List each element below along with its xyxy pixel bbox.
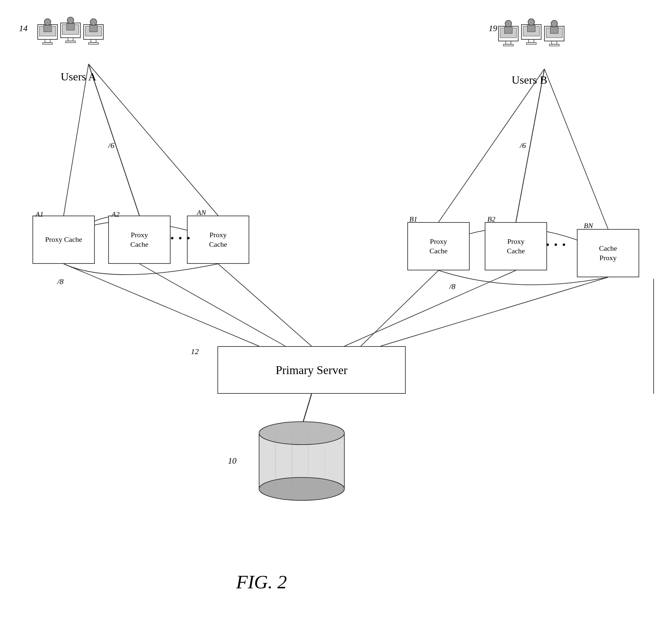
svg-rect-27 — [526, 43, 536, 44]
svg-rect-26 — [529, 39, 534, 43]
ref-A1: A1 — [35, 210, 43, 218]
svg-point-4 — [44, 19, 51, 25]
fig-caption: FIG. 2 — [236, 571, 287, 593]
proxy-box-B2-label: ProxyCache — [507, 237, 525, 256]
proxy-box-A1-label: Proxy Cache — [45, 235, 82, 244]
svg-line-47 — [380, 277, 608, 346]
users-a-computers — [38, 17, 103, 44]
svg-rect-33 — [549, 44, 559, 46]
users-b-computers — [499, 19, 564, 46]
proxy-box-BN: CacheProxy — [577, 229, 639, 277]
svg-point-34 — [551, 20, 557, 27]
svg-rect-32 — [552, 41, 557, 44]
svg-rect-21 — [503, 44, 513, 46]
users-b-label: Users B — [512, 74, 547, 86]
svg-line-41 — [545, 69, 608, 229]
svg-rect-29 — [527, 25, 535, 32]
ref-BN: BN — [584, 221, 593, 230]
users-a-label: Users A — [61, 71, 96, 83]
proxy-box-B2: ProxyCache — [485, 222, 547, 271]
svg-point-22 — [505, 20, 512, 27]
proxy-box-AN-label: ProxyCache — [209, 230, 227, 249]
svg-rect-14 — [91, 39, 96, 43]
svg-rect-17 — [90, 25, 97, 32]
dots-right: • • • — [546, 239, 567, 250]
proxy-box-A2-label: ProxyCache — [130, 230, 149, 249]
ref-12: 12 — [191, 347, 199, 356]
svg-rect-8 — [68, 38, 73, 41]
svg-rect-35 — [550, 27, 558, 33]
svg-rect-5 — [44, 25, 51, 32]
users-a-text: Users A — [61, 71, 96, 83]
ref-19-right: 19 — [489, 24, 497, 33]
ref-B1: B1 — [409, 215, 417, 224]
svg-rect-2 — [45, 39, 50, 43]
svg-point-51 — [259, 477, 344, 500]
ref-B2: B2 — [487, 215, 495, 224]
svg-line-36 — [64, 64, 89, 215]
dots-left: • • • — [171, 233, 191, 243]
ref-18-left: /8 — [57, 277, 64, 286]
primary-server-label: Primary Server — [276, 363, 347, 377]
svg-line-37 — [89, 64, 139, 215]
diagram-svg — [0, 0, 672, 630]
svg-rect-20 — [506, 41, 511, 44]
database-cylinder — [259, 422, 344, 500]
primary-server-box: Primary Server — [217, 346, 406, 394]
svg-line-39 — [438, 69, 545, 222]
svg-rect-23 — [504, 27, 512, 33]
proxy-box-BN-label: CacheProxy — [599, 244, 617, 262]
ref-10: 10 — [228, 456, 237, 466]
svg-rect-15 — [89, 43, 98, 44]
svg-line-38 — [89, 64, 218, 215]
right-vertical-line — [653, 279, 654, 394]
svg-line-44 — [218, 264, 312, 346]
ref-14-left: 14 — [19, 24, 27, 33]
proxy-box-B1: ProxyCache — [407, 222, 470, 271]
ref-16-left: /6 — [108, 141, 115, 150]
svg-point-10 — [67, 17, 74, 24]
svg-rect-11 — [67, 24, 74, 30]
svg-rect-3 — [43, 43, 52, 44]
proxy-box-A2: ProxyCache — [108, 215, 171, 264]
svg-rect-9 — [66, 41, 75, 43]
ref-AN: AN — [197, 208, 206, 217]
ref-18-right: /8 — [449, 282, 456, 291]
users-b-text: Users B — [512, 74, 547, 86]
svg-point-28 — [528, 19, 534, 25]
proxy-box-AN: ProxyCache — [187, 215, 249, 264]
ref-16-right: /6 — [520, 141, 526, 150]
proxy-box-A1: Proxy Cache — [32, 215, 95, 264]
fig-caption-text: FIG. 2 — [236, 571, 287, 592]
svg-line-45 — [361, 271, 438, 346]
svg-point-50 — [259, 422, 344, 445]
proxy-box-B1-label: ProxyCache — [430, 237, 448, 256]
svg-point-16 — [90, 19, 97, 25]
diagram-container: Proxy Cache ProxyCache ProxyCache ProxyC… — [0, 0, 672, 630]
svg-line-46 — [344, 271, 516, 346]
ref-A2: A2 — [112, 210, 119, 218]
